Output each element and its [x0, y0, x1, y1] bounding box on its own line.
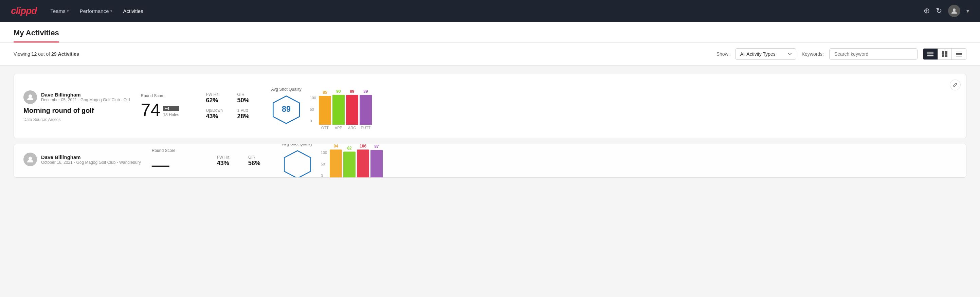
- activity-title: Morning round of golf: [24, 107, 130, 115]
- hexagon-container: 89: [271, 94, 302, 125]
- score-badge-col: +4 18 Holes: [163, 106, 179, 117]
- card-left: Dave Billingham December 05, 2021 - Gog …: [24, 90, 130, 122]
- bar-putt-2: [371, 150, 383, 178]
- avg-shot-quality-container-2: Avg Shot Quality: [282, 144, 313, 178]
- bar-value-putt-2: 87: [374, 144, 379, 149]
- user-avatar[interactable]: [948, 5, 960, 17]
- user-date-2: October 16, 2021 - Gog Magog Golf Club -…: [41, 160, 141, 165]
- svg-rect-11: [956, 56, 962, 56]
- bar-group-putt-2: 87 PUTT: [371, 144, 383, 178]
- nav-teams[interactable]: Teams ▾: [50, 8, 68, 14]
- hexagon-2: [282, 149, 313, 178]
- bar-value-ott-2: 94: [334, 144, 338, 148]
- teams-chevron-icon: ▾: [67, 9, 69, 13]
- gir-value: 50%: [237, 97, 260, 104]
- bar-chart: 100 50 0 85 OTT 90 APP 89: [310, 82, 371, 130]
- avg-shot-quality-label: Avg Shot Quality: [271, 87, 302, 92]
- navbar: clippd Teams ▾ Performance ▾ Activities …: [0, 0, 980, 22]
- bar-label-app: APP: [335, 126, 342, 130]
- one-putt-stat: 1 Putt 28%: [237, 108, 260, 120]
- stats-section: FW Hit 62% GIR 50% Up/Down 43% 1 Putt 28…: [206, 92, 260, 120]
- bar-group-app: 90 APP: [332, 89, 345, 130]
- keywords-label: Keywords:: [802, 51, 824, 57]
- gir-stat-2: GIR 56%: [248, 155, 271, 167]
- user-info: Dave Billingham December 05, 2021 - Gog …: [41, 92, 130, 102]
- page-title: My Activities: [14, 22, 59, 43]
- search-input[interactable]: [829, 48, 918, 60]
- gir-label-2: GIR: [248, 155, 271, 160]
- svg-rect-10: [956, 54, 962, 55]
- performance-chevron-icon: ▾: [110, 9, 112, 13]
- activity-card: Dave Billingham December 05, 2021 - Gog …: [14, 74, 966, 138]
- refresh-icon[interactable]: ↻: [936, 6, 942, 15]
- round-score-section-2: Round Score —: [152, 148, 206, 173]
- gir-label: GIR: [237, 92, 260, 97]
- activity-type-select[interactable]: All Activity Types: [735, 48, 796, 60]
- bar-arg: [346, 95, 358, 125]
- score-number-2: —: [152, 156, 169, 173]
- bar-app-2: [343, 152, 356, 178]
- show-label: Show:: [716, 51, 730, 57]
- bar-value-app-2: 82: [347, 146, 352, 150]
- bar-group-app-2: 82 APP: [343, 144, 356, 178]
- bar-label-ott: OTT: [321, 126, 329, 130]
- list-dense-view-button[interactable]: [923, 49, 938, 59]
- svg-rect-2: [928, 54, 934, 55]
- gir-value-2: 56%: [248, 160, 271, 167]
- gir-stat: GIR 50%: [237, 92, 260, 104]
- user-chevron-icon: ▾: [966, 8, 969, 14]
- hexagon-container-2: [282, 149, 313, 178]
- viewing-count: 12: [32, 51, 37, 57]
- round-score-label-2: Round Score: [152, 148, 206, 153]
- bar-app: [332, 95, 345, 125]
- fw-hit-value: 62%: [206, 97, 229, 104]
- svg-point-0: [953, 8, 956, 11]
- viewing-count-text: Viewing 12 out of 29 Activities: [14, 51, 711, 57]
- bar-value-arg-2: 106: [360, 144, 366, 148]
- add-icon[interactable]: ⊕: [924, 6, 930, 15]
- avg-shot-quality-label-2: Avg Shot Quality: [282, 144, 313, 147]
- activities-list: Dave Billingham December 05, 2021 - Gog …: [0, 65, 980, 186]
- grid-view-button[interactable]: [938, 49, 952, 59]
- bar-value-app: 90: [336, 89, 340, 94]
- score-badge: +4: [163, 106, 179, 111]
- svg-rect-1: [928, 52, 934, 53]
- y-axis-labels: 100 50 0: [310, 96, 317, 130]
- bar-value-putt: 89: [363, 89, 368, 94]
- data-source: Data Source: Arccos: [24, 117, 130, 122]
- svg-rect-9: [956, 53, 962, 54]
- user-name-2: Dave Billingham: [41, 154, 141, 160]
- nav-activities[interactable]: Activities: [123, 8, 143, 14]
- nav-links: Teams ▾ Performance ▾ Activities: [50, 8, 910, 14]
- bar-group-arg-2: 106 ARG: [357, 144, 369, 178]
- bar-label-arg: ARG: [348, 126, 356, 130]
- up-down-label: Up/Down: [206, 108, 229, 113]
- fw-hit-value-2: 43%: [217, 160, 240, 167]
- round-score-label: Round Score: [141, 93, 195, 98]
- fw-hit-stat: FW Hit 62%: [206, 92, 229, 104]
- y-axis-labels-2: 100 50 0: [321, 150, 328, 178]
- holes-text: 18 Holes: [163, 112, 179, 117]
- bar-putt: [360, 95, 372, 125]
- score-row-2: —: [152, 156, 206, 173]
- bar-group-arg: 89 ARG: [346, 89, 358, 130]
- edit-button[interactable]: [950, 80, 961, 90]
- activity-card-2: Dave Billingham October 16, 2021 - Gog M…: [14, 144, 966, 178]
- avg-shot-quality-container: Avg Shot Quality 89: [271, 87, 302, 125]
- svg-marker-16: [284, 151, 310, 178]
- round-score-section: Round Score 74 +4 18 Holes: [141, 93, 195, 118]
- nav-right: ⊕ ↻ ▾: [924, 5, 969, 17]
- one-putt-value: 28%: [237, 113, 260, 120]
- list-compact-view-button[interactable]: [952, 49, 966, 59]
- card-left-2: Dave Billingham October 16, 2021 - Gog M…: [24, 153, 141, 169]
- page-header: My Activities: [0, 22, 980, 43]
- bar-value-arg: 89: [350, 89, 354, 94]
- fw-hit-stat-2: FW Hit 43%: [217, 155, 240, 167]
- svg-rect-5: [945, 51, 947, 54]
- nav-performance[interactable]: Performance ▾: [80, 8, 112, 14]
- bar-ott-2: [330, 150, 342, 178]
- score-number: 74: [141, 101, 160, 118]
- bar-ott: [319, 96, 331, 125]
- svg-rect-3: [928, 55, 934, 56]
- stats-grid: FW Hit 62% GIR 50% Up/Down 43% 1 Putt 28…: [206, 92, 260, 120]
